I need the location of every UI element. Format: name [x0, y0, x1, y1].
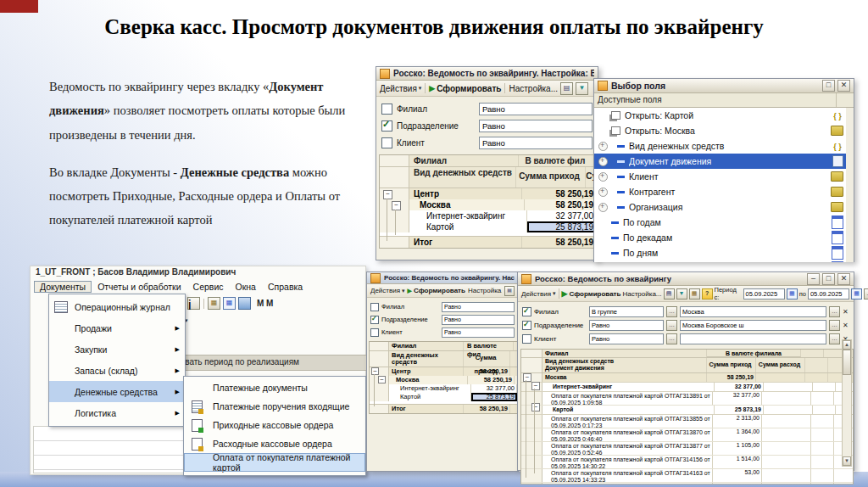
report-structure-icon[interactable] — [664, 288, 675, 299]
generate-button[interactable]: ▶Сформировать — [429, 84, 501, 93]
user-icon[interactable] — [238, 297, 251, 310]
podrazdelenie-op-select[interactable]: Равно — [442, 315, 515, 325]
generate-button[interactable]: ▶Сформировать — [562, 289, 621, 298]
list-item[interactable]: По дням — [594, 245, 846, 260]
vertical-scrollbar[interactable]: ▲ ▼ — [842, 339, 852, 467]
table-row[interactable]: Картой 25 873,19 — [380, 221, 597, 232]
klient-checkbox[interactable] — [370, 328, 379, 337]
submenu-item-cash-in-orders[interactable]: Приходные кассовые ордера — [184, 416, 365, 434]
actions-button[interactable]: Действия▾ — [521, 290, 556, 298]
table-row[interactable]: Оплата от покупателя платежной картой ОТ… — [521, 456, 853, 469]
table-row-total[interactable]: Итог 58 250,19 — [370, 404, 517, 413]
filial-checkbox[interactable] — [522, 307, 531, 316]
table-row[interactable]: Центр 58 250,19 — [380, 188, 597, 199]
selected-cell[interactable]: 25 873,19 — [471, 393, 517, 401]
settings-button[interactable]: Настройка... — [622, 290, 661, 298]
menu-reports[interactable]: Отчеты и обработки — [92, 281, 186, 293]
tree-collapse-icon[interactable] — [531, 403, 540, 411]
list-item[interactable]: Вид денежных средств — [594, 138, 846, 154]
list-item[interactable]: По декадам — [594, 230, 846, 245]
tree-collapse-icon[interactable] — [383, 190, 392, 199]
klient-op-select[interactable]: Равно — [442, 327, 515, 338]
scroll-down-icon[interactable]: ▼ — [843, 456, 851, 466]
table-row[interactable]: Москва 58 250,19 — [380, 199, 597, 210]
table-row[interactable]: Интернет-эквайринг 32 377,00 — [370, 384, 517, 393]
list-item[interactable]: Клиент — [594, 169, 846, 184]
ellipsis-button[interactable]: … — [666, 306, 677, 317]
date-from-field[interactable]: 05.09.2025 — [743, 288, 785, 299]
tree-collapse-icon[interactable] — [531, 382, 540, 390]
report-structure-icon[interactable] — [504, 286, 515, 296]
menu-item-stock[interactable]: Запасы (склад) ▶ — [49, 360, 185, 381]
selected-cell[interactable]: 25 873,19 — [527, 221, 597, 232]
table-row[interactable]: Интернет-эквайринг 32 377,00 — [380, 210, 597, 221]
minimize-icon[interactable]: – — [807, 273, 820, 285]
filial-op-select[interactable]: В группе — [589, 306, 664, 317]
list-item[interactable]: По годам — [594, 215, 846, 230]
filter-icon[interactable] — [676, 288, 687, 299]
table-row[interactable]: Москва 58 250,19 — [370, 376, 517, 384]
period-ellipsis-button[interactable]: … — [864, 288, 868, 299]
table-row[interactable]: Картой 25 873,19 — [521, 406, 853, 415]
submenu-item-payment-docs[interactable]: Платежные документы — [184, 378, 365, 397]
actions-button[interactable]: Действия▾ — [370, 287, 405, 294]
filial-checkbox[interactable] — [370, 303, 379, 311]
podrazdelenie-checkbox[interactable] — [522, 321, 531, 330]
list-item-selected[interactable]: Документ движения — [594, 154, 846, 169]
expand-plus-icon[interactable] — [598, 188, 608, 197]
generate-button[interactable]: ▶Сформировать — [408, 287, 465, 294]
calendar-icon[interactable] — [787, 288, 798, 299]
ellipsis-button[interactable]: … — [666, 320, 677, 331]
submenu-item-payment-orders-in[interactable]: Платежные поручения входящие — [184, 397, 365, 416]
date-to-field[interactable]: 05.09.2025 — [808, 288, 849, 299]
clear-icon[interactable]: ✕ — [843, 322, 849, 329]
help-icon[interactable] — [702, 288, 713, 299]
tree-collapse-icon[interactable] — [392, 201, 401, 210]
table-row[interactable]: Оплата от покупателя платежной картой ОТ… — [521, 392, 853, 406]
filial-op-select[interactable]: Равно — [479, 103, 593, 115]
expand-plus-icon[interactable] — [598, 172, 608, 182]
maximize-icon[interactable]: □ — [822, 273, 835, 285]
ellipsis-button[interactable]: … — [829, 333, 840, 344]
settings-button[interactable]: Настройка... — [509, 84, 558, 93]
list-item[interactable]: Открыть: Картой — [594, 108, 846, 123]
expand-plus-icon[interactable] — [598, 203, 608, 212]
calendar-icon[interactable] — [851, 288, 862, 299]
window-titlebar[interactable]: Росско: Ведомость по эквайрингу. Настрой… — [367, 272, 518, 284]
klient-checkbox[interactable] — [381, 137, 392, 148]
ellipsis-button[interactable]: … — [829, 320, 840, 331]
menu-item-journal[interactable]: Операционный журнал — [49, 296, 185, 317]
menu-item-purchases[interactable]: Закупки ▶ — [49, 339, 185, 360]
actions-button[interactable]: Действия▾ — [380, 84, 421, 93]
filter-icon[interactable] — [576, 82, 588, 95]
table-row[interactable]: Оплата от покупателя платежной картой ОТ… — [521, 428, 853, 442]
menu-service[interactable]: Сервис — [187, 281, 230, 293]
window-titlebar[interactable]: Выбор поля □ ✕ — [594, 79, 854, 93]
table-row[interactable]: Оплата от покупателя платежной картой ОТ… — [521, 469, 853, 483]
submenu-item-card-payment[interactable]: Оплата от покупателя платежной картой — [184, 453, 365, 472]
window-titlebar[interactable]: Росско: Ведомость по эквайрингу – □ ✕ — [518, 272, 854, 286]
info-icon[interactable]: i — [187, 297, 200, 310]
expand-plus-icon[interactable] — [598, 157, 608, 166]
klient-checkbox[interactable] — [522, 334, 531, 344]
menu-item-sales[interactable]: Продажи ▶ — [49, 317, 185, 339]
expand-plus-icon[interactable] — [598, 142, 608, 151]
table-row[interactable]: Оплата от покупателя платежной картой ОТ… — [521, 415, 853, 428]
podrazdelenie-value-field[interactable]: Москва Боровское ш — [680, 320, 826, 331]
table-row[interactable]: Центр 58 250,19 — [370, 367, 517, 376]
podrazdelenie-op-select[interactable]: Равно — [589, 320, 664, 331]
klient-op-select[interactable]: Равно — [479, 137, 593, 149]
menu-help[interactable]: Справка — [262, 281, 309, 293]
table-icon[interactable] — [689, 288, 700, 299]
table-row[interactable]: Картой 25 873,19 — [370, 393, 517, 401]
podrazdelenie-checkbox[interactable] — [370, 316, 379, 324]
table-icon[interactable] — [208, 297, 220, 310]
list-item[interactable]: Организация — [594, 199, 846, 215]
table-row[interactable]: Москва 58 250,19 — [521, 373, 853, 383]
podrazdelenie-checkbox[interactable] — [381, 120, 392, 132]
ellipsis-button[interactable]: … — [666, 333, 677, 344]
table-row[interactable]: Оплата от покупателя платежной картой ОТ… — [521, 442, 853, 456]
clear-icon[interactable]: ✕ — [843, 308, 849, 316]
table-row[interactable]: Интернет-эквайринг 32 377,00 — [521, 383, 853, 392]
list-item[interactable]: Открыть: Москва — [594, 123, 846, 138]
